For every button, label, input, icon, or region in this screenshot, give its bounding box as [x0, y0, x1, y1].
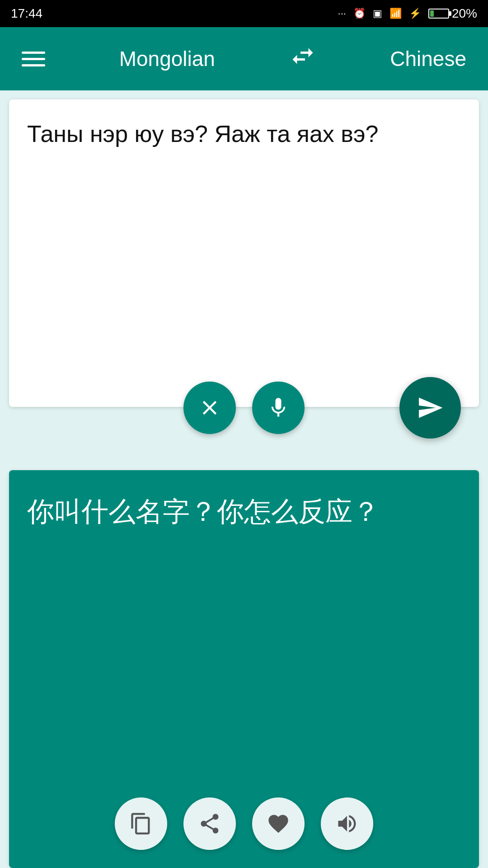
status-bar: 17:44 ··· ⏰ ▣ 📶 ⚡ 20% — [0, 0, 488, 27]
source-language-button[interactable]: Mongolian — [119, 47, 215, 71]
swap-languages-button[interactable] — [289, 42, 316, 75]
status-time: 17:44 — [11, 6, 42, 21]
battery-fill — [430, 10, 434, 17]
alarm-icon: ⏰ — [353, 8, 366, 19]
clear-button[interactable] — [183, 382, 236, 434]
signal-icon: 📶 — [389, 8, 402, 19]
menu-button[interactable] — [22, 52, 45, 66]
sim-icon: ▣ — [373, 8, 382, 19]
source-text[interactable]: Таны нэр юу вэ? Яаж та яах вэ? — [27, 118, 461, 151]
battery-container: 20% — [428, 6, 477, 21]
send-translate-button[interactable] — [399, 377, 461, 439]
microphone-button[interactable] — [252, 382, 305, 434]
main-content: Таны нэр юу вэ? Яаж та яах вэ? 你叫什么名字？你怎… — [0, 90, 488, 868]
bolt-icon: ⚡ — [409, 8, 421, 19]
ellipsis-icon: ··· — [338, 8, 346, 19]
battery-label: 20% — [452, 6, 477, 21]
result-card: 你叫什么名字？你怎么反应？ — [9, 470, 479, 868]
toolbar: Mongolian Chinese — [0, 27, 488, 90]
result-actions — [115, 797, 373, 850]
share-button[interactable] — [183, 797, 236, 850]
source-actions — [183, 382, 305, 434]
result-text: 你叫什么名字？你怎么反应？ — [27, 493, 461, 531]
status-icons: ··· ⏰ ▣ 📶 ⚡ 20% — [338, 6, 477, 21]
favorite-button[interactable] — [252, 797, 305, 850]
target-language-button[interactable]: Chinese — [390, 47, 466, 71]
copy-button[interactable] — [115, 797, 167, 850]
source-card: Таны нэр юу вэ? Яаж та яах вэ? — [9, 99, 479, 407]
battery-bar — [428, 9, 449, 19]
speaker-button[interactable] — [321, 797, 373, 850]
